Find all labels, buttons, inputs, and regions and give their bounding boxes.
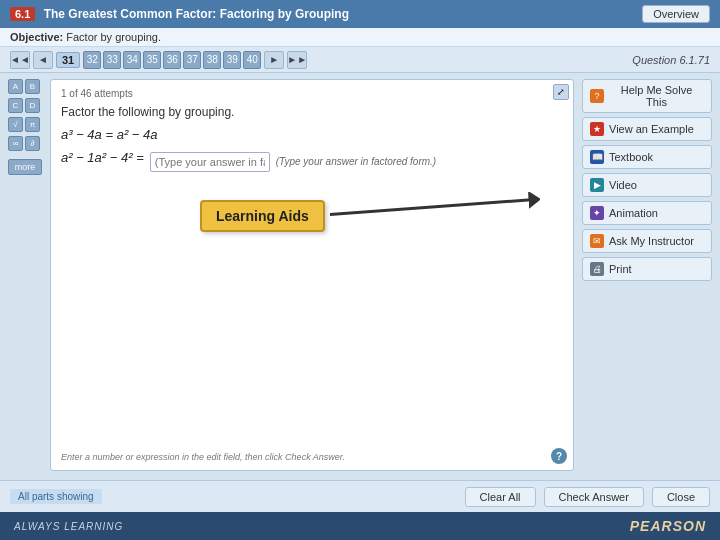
attempts-text: 1 of 46 attempts (61, 88, 133, 99)
section-num: 6.1 (10, 7, 35, 21)
answer-row: a² − 1a² − 4² = (Type your answer in fac… (61, 150, 563, 173)
learning-aids-tooltip: Learning Aids (200, 200, 325, 232)
sidebar-icon-d[interactable]: D (25, 98, 40, 113)
footer: ALWAYS LEARNING PEARSON (0, 512, 720, 540)
sidebar-row-2: C D (8, 98, 42, 113)
video-label: Video (609, 179, 637, 191)
main-area: A B C D √ π ∞ ∂ more 1 of 46 attempts ⤢ … (0, 73, 720, 477)
status-badge: All parts showing (10, 489, 102, 504)
nav-bar: ◄◄ ◄ 31 32 33 34 35 36 37 38 39 40 ► ►► … (0, 47, 720, 73)
answer-input[interactable] (150, 152, 270, 172)
learning-aids-arrow (330, 192, 540, 222)
nav-dot-33[interactable]: 33 (103, 51, 121, 69)
sidebar-icon-a[interactable]: A (8, 79, 23, 94)
attempts-bar: 1 of 46 attempts (61, 88, 563, 99)
ask-instructor-label: Ask My Instructor (609, 235, 694, 247)
textbook-label: Textbook (609, 151, 653, 163)
nav-last-button[interactable]: ►► (287, 51, 307, 69)
top-bar: 6.1 The Greatest Common Factor: Factorin… (0, 0, 720, 28)
view-example-icon: ★ (590, 122, 604, 136)
sidebar-icon-pi[interactable]: π (25, 117, 40, 132)
bottom-actions: Clear All Check Answer Close (465, 487, 710, 507)
sidebar-icon-partial[interactable]: ∂ (25, 136, 40, 151)
svg-line-1 (330, 200, 535, 215)
title-text: The Greatest Common Factor: Factoring by… (44, 7, 349, 21)
print-button[interactable]: 🖨 Print (582, 257, 712, 281)
sidebar-icon-inf[interactable]: ∞ (8, 136, 23, 151)
section-title: 6.1 The Greatest Common Factor: Factorin… (10, 7, 349, 21)
help-tip-button[interactable]: ? (551, 448, 567, 464)
check-answer-button[interactable]: Check Answer (544, 487, 644, 507)
textbook-button[interactable]: 📖 Textbook (582, 145, 712, 169)
video-button[interactable]: ▶ Video (582, 173, 712, 197)
objective-text: Factor by grouping. (66, 31, 161, 43)
sidebar-row-3: √ π (8, 117, 42, 132)
enter-hint: Enter a number or expression in the edit… (61, 452, 345, 462)
view-example-button[interactable]: ★ View an Example (582, 117, 712, 141)
nav-dot-37[interactable]: 37 (183, 51, 201, 69)
help-solve-label: Help Me Solve This (609, 84, 704, 108)
nav-prev-button[interactable]: ◄ (33, 51, 53, 69)
nav-current-page[interactable]: 31 (56, 52, 80, 68)
video-icon: ▶ (590, 178, 604, 192)
textbook-icon: 📖 (590, 150, 604, 164)
nav-page-dots: 32 33 34 35 36 37 38 39 40 (83, 51, 261, 69)
help-solve-icon: ? (590, 89, 604, 103)
sidebar-row-1: A B (8, 79, 42, 94)
left-sidebar: A B C D √ π ∞ ∂ more (8, 79, 42, 471)
question-panel: 1 of 46 attempts ⤢ Factor the following … (50, 79, 574, 471)
ask-instructor-button[interactable]: ✉ Ask My Instructor (582, 229, 712, 253)
nav-dot-38[interactable]: 38 (203, 51, 221, 69)
footer-pearson: PEARSON (630, 518, 706, 534)
animation-button[interactable]: ✦ Animation (582, 201, 712, 225)
question-label: Question 6.1.71 (632, 54, 710, 66)
objective-label: Objective: (10, 31, 63, 43)
animation-icon: ✦ (590, 206, 604, 220)
sidebar-row-4: ∞ ∂ (8, 136, 42, 151)
expand-button[interactable]: ⤢ (553, 84, 569, 100)
objective-bar: Objective: Factor by grouping. (0, 28, 720, 47)
sidebar-icon-b[interactable]: B (25, 79, 40, 94)
view-example-label: View an Example (609, 123, 694, 135)
sidebar-more-label[interactable]: more (8, 159, 42, 175)
footer-always-learning: ALWAYS LEARNING (14, 521, 123, 532)
overview-button[interactable]: Overview (642, 5, 710, 23)
sidebar-icon-c[interactable]: C (8, 98, 23, 113)
bottom-bar: All parts showing Clear All Check Answer… (0, 480, 720, 512)
nav-first-button[interactable]: ◄◄ (10, 51, 30, 69)
nav-dot-34[interactable]: 34 (123, 51, 141, 69)
learning-aids-panel: ? Help Me Solve This ★ View an Example 📖… (582, 79, 712, 471)
print-icon: 🖨 (590, 262, 604, 276)
nav-dot-39[interactable]: 39 (223, 51, 241, 69)
nav-controls: ◄◄ ◄ 31 32 33 34 35 36 37 38 39 40 ► ►► (10, 51, 307, 69)
nav-dot-35[interactable]: 35 (143, 51, 161, 69)
answer-hint: (Type your answer in factored form.) (276, 156, 436, 167)
sidebar-icon-sqrt[interactable]: √ (8, 117, 23, 132)
nav-next-button[interactable]: ► (264, 51, 284, 69)
question-instructions: Factor the following by grouping. (61, 105, 563, 119)
help-me-solve-button[interactable]: ? Help Me Solve This (582, 79, 712, 113)
ask-instructor-icon: ✉ (590, 234, 604, 248)
close-button[interactable]: Close (652, 487, 710, 507)
animation-label: Animation (609, 207, 658, 219)
question-expression: a³ − 4a = a² − 4a (61, 127, 563, 142)
nav-dot-36[interactable]: 36 (163, 51, 181, 69)
nav-dot-32[interactable]: 32 (83, 51, 101, 69)
clear-all-button[interactable]: Clear All (465, 487, 536, 507)
answer-expression: a² − 1a² − 4² = (61, 150, 144, 165)
nav-dot-40[interactable]: 40 (243, 51, 261, 69)
print-label: Print (609, 263, 632, 275)
